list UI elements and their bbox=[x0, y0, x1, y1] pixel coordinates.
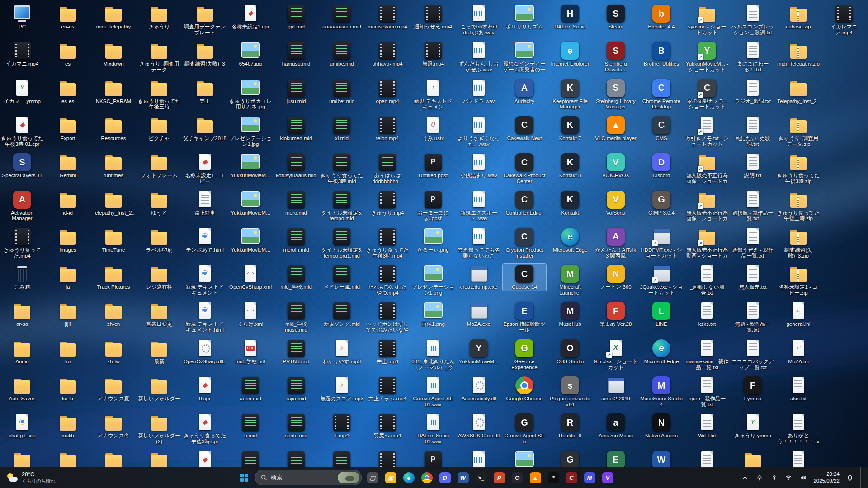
desktop-icon[interactable]: ↗無人販売不正行為 画像 - ショートカット bbox=[685, 190, 729, 223]
desktop-icon[interactable]: イカマニ.mp4 bbox=[0, 41, 44, 68]
desktop-icon[interactable]: 井上.mp4 bbox=[366, 338, 409, 366]
desktop-icon[interactable]: F.mp4 bbox=[320, 413, 363, 440]
desktop-icon[interactable]: sPlogue sforzando x64 bbox=[548, 375, 592, 408]
bluetooth-icon[interactable] bbox=[770, 474, 778, 482]
desktop-icon[interactable]: Telepathy_Inst_2... bbox=[92, 190, 135, 223]
desktop-icon[interactable]: sirofo.mid bbox=[274, 413, 318, 440]
desktop-icon[interactable]: F筆まめ Ver.28 bbox=[594, 301, 637, 328]
desktop-icon[interactable]: eMicrosoft Edge bbox=[548, 227, 592, 254]
desktop-icon[interactable]: ピクチャ bbox=[137, 115, 181, 142]
desktop-icon[interactable]: Mixdown bbox=[92, 41, 135, 68]
desktop-icon[interactable]: MMuseHub bbox=[548, 301, 592, 328]
desktop-icon[interactable]: だれもFXいれたやつ.mp4 bbox=[366, 264, 409, 297]
desktop-icon[interactable]: id-id bbox=[46, 190, 90, 217]
desktop-icon[interactable]: メドレー風.mid bbox=[320, 264, 363, 291]
desktop-icon[interactable]: ごみ箱 bbox=[0, 264, 44, 291]
desktop-icon[interactable]: 小銭詰まり.wav bbox=[457, 152, 500, 179]
desktop-icon[interactable]: 答え知ってても名乗らないわこれ.wav bbox=[457, 227, 500, 260]
desktop-icon[interactable]: 名称未設定1.cpr bbox=[229, 4, 272, 31]
desktop-icon[interactable]: zh-cn bbox=[92, 301, 135, 328]
desktop-icon[interactable]: createdump.exe bbox=[457, 264, 500, 291]
search-box[interactable]: 検索 bbox=[255, 470, 362, 485]
desktop-icon[interactable]: LLINE bbox=[640, 301, 683, 328]
desktop-icon[interactable]: teion.mp4 bbox=[366, 115, 409, 142]
desktop-icon[interactable]: SSteam bbox=[594, 4, 637, 31]
start-button[interactable] bbox=[236, 469, 252, 486]
desktop-icon[interactable]: ksks.txt bbox=[685, 301, 729, 328]
desktop-icon[interactable]: きゅうり_調査用データ.zip bbox=[777, 115, 820, 148]
desktop-icon[interactable]: 父子キャンプ2018 bbox=[183, 115, 226, 142]
desktop-icon[interactable]: おーまーまにあ.ppsf bbox=[411, 190, 455, 223]
desktop-icon[interactable]: YukkuriMovieM... bbox=[229, 152, 272, 179]
desktop-icon[interactable]: Track Pictures bbox=[92, 264, 135, 291]
desktop-icon[interactable]: aorin.mid bbox=[229, 375, 272, 403]
desktop-icon[interactable]: こっでbhすわdf ds bぶあ.wav bbox=[457, 4, 500, 37]
desktop-icon[interactable]: SSteinberg Library Manager bbox=[594, 78, 637, 111]
desktop-icon[interactable]: 画像1.png bbox=[411, 301, 455, 328]
desktop-icon[interactable]: 新規 テキストドキュメント.html bbox=[183, 301, 226, 334]
desktop-icon[interactable]: 通知うぜえ.mp4 bbox=[411, 4, 455, 31]
desktop-icon[interactable]: くらげ.xml bbox=[229, 301, 272, 328]
taskbar-app-obs-studio[interactable]: O bbox=[509, 469, 525, 486]
desktop-icon[interactable]: 新しいフォルダー (2) bbox=[137, 413, 181, 446]
desktop-icon[interactable]: 井上ドラム.mp4 bbox=[366, 375, 409, 403]
taskbar-app-powerpoint[interactable]: P bbox=[491, 469, 507, 486]
taskbar-weather-widget[interactable]: 28°C くもりのち晴れ bbox=[0, 467, 62, 488]
desktop-icon[interactable]: うみ.ustx bbox=[411, 115, 455, 142]
desktop-icon[interactable]: ↗無人販売不正行為 画像 - ショートカット bbox=[685, 152, 729, 186]
desktop-icon[interactable]: きゅうり bbox=[137, 4, 181, 31]
desktop-icon[interactable]: 無人販売.txt bbox=[731, 264, 774, 291]
desktop-icon[interactable]: Aかんたん！AITalk 3 関西風 bbox=[594, 227, 637, 260]
desktop-icon[interactable]: ↗万引きメモ.txt - ショートカット bbox=[685, 115, 729, 148]
desktop-icon[interactable]: きゅうり食ってた午後3時.zip bbox=[777, 152, 820, 185]
desktop-icon[interactable]: 新規 テキストドキュメント.musicxml bbox=[411, 78, 455, 112]
desktop-icon[interactable]: ラベル印刷 bbox=[137, 227, 181, 254]
desktop-icon[interactable]: open.mp4 bbox=[366, 78, 409, 105]
desktop-icon[interactable]: kotusytuaaus.mid bbox=[274, 152, 318, 179]
desktop-icon[interactable]: hamusu.mid bbox=[274, 41, 318, 68]
desktop-icon[interactable]: Untitled.ppsf bbox=[411, 152, 455, 179]
desktop-icon[interactable]: 羽尻へ.mp4 bbox=[366, 413, 409, 440]
desktop-icon[interactable]: 通知うぜえ - 親作品一覧.txt bbox=[731, 227, 774, 260]
desktop-icon[interactable]: MMuseScore Studio 4 bbox=[640, 375, 683, 408]
desktop-icon[interactable]: あぅはぃはdddhhhhhh... bbox=[366, 152, 409, 185]
desktop-icon[interactable]: OOBS Studio bbox=[548, 338, 592, 366]
desktop-icon[interactable]: CCubase 14 bbox=[503, 264, 546, 291]
hidden-icons-chevron-icon[interactable] bbox=[741, 474, 749, 482]
desktop-icon[interactable]: ko-kr bbox=[46, 375, 90, 403]
desktop-icon[interactable]: gpt.mid bbox=[274, 4, 318, 31]
desktop-icon[interactable]: Images bbox=[46, 227, 90, 254]
desktop-icon[interactable]: Google Chrome bbox=[503, 375, 546, 403]
desktop-icon[interactable]: midi_Telepathy bbox=[92, 4, 135, 31]
desktop-icon[interactable]: きゅうり食ってた午後三時 bbox=[137, 78, 181, 111]
desktop-icon[interactable]: 名称未設定1 - コピー bbox=[183, 152, 226, 185]
show-desktop-strip[interactable] bbox=[860, 467, 863, 488]
desktop-icon[interactable]: タイトル未設定5, tempo.mid bbox=[320, 190, 363, 223]
desktop-icon[interactable]: 説明.txt bbox=[731, 152, 774, 179]
desktop-icon[interactable]: タイトル未設定5, tempo.org1.mid bbox=[320, 227, 363, 260]
desktop-icon[interactable]: akis.txt bbox=[777, 375, 820, 403]
desktop-icon[interactable]: 新規 テキストドキュメント(2).html bbox=[183, 264, 226, 297]
desktop-icon[interactable]: AAudacity bbox=[503, 78, 546, 105]
desktop-icon[interactable]: Auto Saves bbox=[0, 375, 44, 403]
desktop-icon[interactable]: NKSC_PARAM bbox=[92, 78, 135, 105]
taskbar-app-terminal[interactable]: >_ bbox=[473, 469, 489, 486]
desktop-icon[interactable]: MoZA.ini bbox=[777, 338, 820, 366]
desktop-icon[interactable]: manisekarin.mp4 bbox=[366, 4, 409, 31]
desktop-icon[interactable]: アナウンス冬 bbox=[92, 413, 135, 440]
taskbar-app-musescore[interactable]: M bbox=[581, 469, 598, 486]
desktop-icon[interactable]: ↗無人販売不正行為 動画 - ショートカット bbox=[685, 227, 729, 260]
desktop-icon[interactable]: xi.mid bbox=[320, 115, 363, 142]
desktop-icon[interactable]: ポリリリリズム bbox=[503, 4, 546, 31]
desktop-icon[interactable]: 65407.jpg bbox=[229, 41, 272, 68]
desktop-icon[interactable]: meroin.mid bbox=[274, 227, 318, 254]
desktop-icon[interactable]: mid_学校.pdf bbox=[229, 338, 272, 366]
desktop-icon[interactable]: イカレマニア.mp4 bbox=[822, 4, 866, 37]
desktop-icon[interactable]: Y↗YukkuriMovieM... - ショートカット bbox=[685, 41, 729, 74]
desktop-icon[interactable]: airset2-2019 bbox=[594, 375, 637, 403]
desktop-icon[interactable]: TimeTune bbox=[92, 227, 135, 254]
desktop-icon[interactable]: VVOICEVOX bbox=[594, 152, 637, 179]
desktop-icon[interactable]: _起動しない場合.txt bbox=[685, 264, 729, 297]
desktop-icon[interactable]: GGeForce Experience bbox=[503, 338, 546, 371]
desktop-icon[interactable]: よりうさぎくなった。.wav bbox=[457, 115, 500, 148]
